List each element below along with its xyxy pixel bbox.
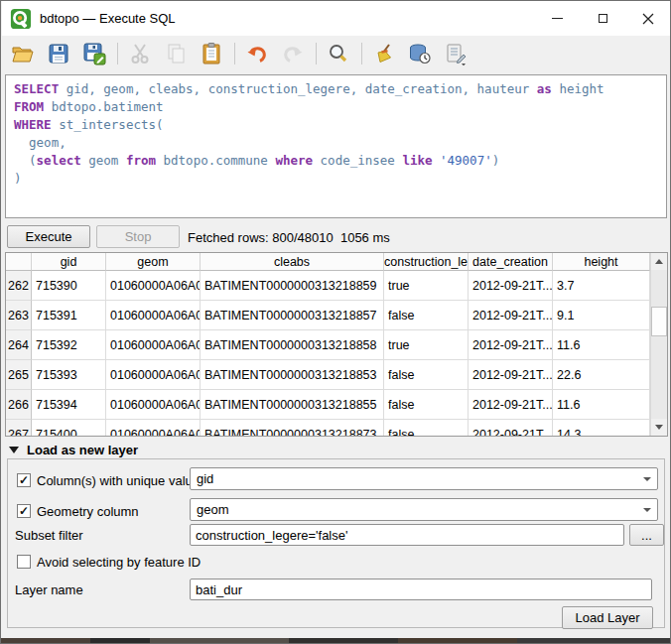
table-cell[interactable]: 9.1 [553, 301, 650, 330]
scrollbar-thumb[interactable] [651, 307, 667, 336]
zoom-button[interactable] [324, 39, 353, 68]
table-cell[interactable]: 715393 [32, 360, 106, 390]
table-cell[interactable]: 01060000A06A0... [106, 390, 201, 420]
maximize-button[interactable] [580, 1, 625, 36]
row-number-cell[interactable]: 266 [6, 390, 32, 420]
table-cell[interactable]: false [384, 360, 469, 390]
sql-line: geom, [14, 134, 666, 152]
paste-icon [200, 42, 223, 65]
unique-values-combo[interactable]: gid [190, 467, 658, 490]
combo-dropdown-icon [637, 499, 657, 520]
undo-button[interactable] [242, 39, 272, 68]
title-bar[interactable]: bdtopo — Execute SQL [2, 1, 671, 36]
table-cell[interactable]: 715392 [32, 330, 106, 360]
scroll-up-icon [655, 259, 663, 264]
open-file-button[interactable] [8, 39, 38, 68]
save-button[interactable] [44, 39, 73, 68]
table-cell[interactable]: 715400 [32, 420, 106, 437]
cut-icon [128, 42, 152, 65]
close-icon [642, 13, 654, 25]
unique-values-combo-value: gid [191, 471, 637, 486]
results-grid: gidgeomcleabsconstruction_legeredate_cre… [6, 253, 650, 437]
table-cell[interactable]: BATIMENT0000000313218859 [201, 271, 384, 301]
geometry-column-combo[interactable]: geom [190, 498, 658, 521]
paste-button[interactable] [197, 39, 226, 68]
table-row[interactable]: 26371539101060000A06A0...BATIMENT0000000… [6, 301, 650, 330]
subset-filter-label: Subset filter [15, 528, 83, 543]
table-cell[interactable]: 01060000A06A0... [106, 301, 201, 330]
row-number-cell[interactable]: 264 [6, 330, 32, 360]
copy-button[interactable] [161, 39, 191, 68]
table-cell[interactable]: 2012-09-21T... [469, 390, 553, 420]
table-cell[interactable]: 22.6 [553, 360, 650, 390]
close-button[interactable] [625, 1, 671, 36]
unique-values-checkbox[interactable] [17, 473, 31, 487]
sql-editor[interactable]: SELECT gid, geom, cleabs, construction_l… [5, 74, 667, 218]
load-as-new-layer-header[interactable]: Load as new layer [9, 443, 138, 457]
table-cell[interactable]: 11.6 [553, 390, 650, 420]
table-cell[interactable]: 2012-09-21T... [469, 271, 553, 301]
table-cell[interactable]: 3.7 [553, 271, 650, 301]
avoid-feature-id-checkbox[interactable] [17, 555, 31, 569]
row-number-cell[interactable]: 265 [6, 360, 32, 390]
scroll-up-button[interactable] [651, 253, 667, 270]
table-cell[interactable]: 2012-09-21T... [469, 330, 553, 360]
table-cell[interactable]: 2012-09-21T... [469, 301, 553, 330]
browse-filter-button[interactable]: ... [629, 524, 664, 546]
table-cell[interactable]: true [384, 271, 469, 301]
table-cell[interactable]: 2012-09-21T... [469, 420, 553, 437]
table-cell[interactable]: false [384, 420, 469, 437]
table-cell[interactable]: 14.3 [553, 420, 650, 437]
table-row[interactable]: 26571539301060000A06A0...BATIMENT0000000… [6, 360, 650, 390]
minimize-button[interactable] [534, 1, 580, 36]
scroll-down-button[interactable] [651, 419, 667, 436]
collapse-arrow-icon [9, 447, 19, 453]
minimize-icon [552, 18, 563, 19]
load-layer-button[interactable]: Load Layer [562, 606, 653, 629]
table-cell[interactable]: false [384, 301, 469, 330]
layer-name-input[interactable] [190, 579, 652, 600]
table-row[interactable]: 26271539001060000A06A0...BATIMENT0000000… [6, 271, 650, 301]
table-row[interactable]: 26771540001060000A06A0...BATIMENT0000000… [6, 420, 650, 437]
table-cell[interactable]: 01060000A06A0... [106, 360, 201, 390]
table-cell[interactable]: 2012-09-21T... [469, 360, 553, 390]
geometry-column-checkbox[interactable] [17, 504, 31, 518]
table-cell[interactable]: BATIMENT0000000313218857 [201, 301, 384, 330]
execute-button[interactable]: Execute [7, 225, 90, 248]
subset-filter-input[interactable] [190, 524, 624, 546]
table-cell[interactable]: true [384, 330, 469, 360]
redo-button[interactable] [278, 39, 308, 68]
column-header[interactable]: date_creation [469, 253, 553, 271]
table-cell[interactable]: 11.6 [553, 330, 650, 360]
column-header[interactable]: geom [106, 253, 201, 271]
create-view-button[interactable] [441, 39, 470, 68]
table-row[interactable]: 26671539401060000A06A0...BATIMENT0000000… [6, 390, 650, 420]
vertical-scrollbar[interactable] [650, 253, 667, 436]
table-cell[interactable]: BATIMENT0000000313218855 [201, 390, 384, 420]
table-cell[interactable]: 715391 [32, 301, 106, 330]
stop-button[interactable]: Stop [96, 225, 180, 248]
clear-button[interactable] [369, 39, 399, 68]
table-cell[interactable]: BATIMENT0000000313218873 [201, 420, 384, 437]
cut-button[interactable] [125, 39, 155, 68]
table-cell[interactable]: 01060000A06A0... [106, 271, 201, 301]
open-file-icon [11, 42, 35, 65]
column-header[interactable]: height [553, 253, 650, 271]
row-number-cell[interactable]: 263 [6, 301, 32, 330]
column-header[interactable]: construction_legere [384, 253, 469, 271]
row-number-cell[interactable]: 267 [6, 420, 32, 437]
table-cell[interactable]: 01060000A06A0... [106, 330, 201, 360]
table-row[interactable]: 26471539201060000A06A0...BATIMENT0000000… [6, 330, 650, 360]
query-history-button[interactable] [405, 39, 435, 68]
table-cell[interactable]: 715394 [32, 390, 106, 420]
table-cell[interactable]: 715390 [32, 271, 106, 301]
scrollbar-track[interactable] [651, 270, 667, 419]
column-header[interactable]: cleabs [201, 253, 384, 271]
table-cell[interactable]: BATIMENT0000000313218853 [201, 360, 384, 390]
row-number-cell[interactable]: 262 [6, 271, 32, 301]
table-cell[interactable]: 01060000A06A0... [106, 420, 201, 437]
save-as-button[interactable] [79, 39, 109, 68]
table-cell[interactable]: BATIMENT0000000313218858 [201, 330, 384, 360]
column-header[interactable]: gid [32, 253, 106, 271]
table-cell[interactable]: false [384, 390, 469, 420]
